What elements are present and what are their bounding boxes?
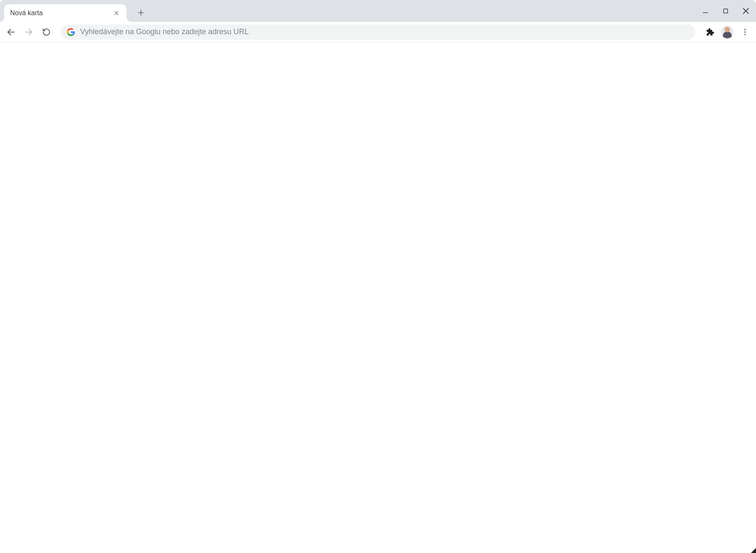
close-icon [113,10,119,16]
forward-button[interactable] [21,24,36,40]
profile-button[interactable] [720,24,735,40]
close-icon [742,7,750,15]
omnibox[interactable] [61,24,695,40]
resize-handle[interactable] [751,548,756,553]
tab-title: Nová karta [10,9,112,17]
arrow-right-icon [24,27,33,37]
tab-strip: Nová karta [0,0,756,22]
arrow-left-icon [6,27,16,37]
svg-point-11 [744,31,745,33]
close-window-button[interactable] [736,0,756,22]
minimize-icon [702,8,709,14]
maximize-icon [723,8,729,14]
reload-icon [42,28,51,36]
close-tab-button[interactable] [112,9,121,17]
reload-button[interactable] [39,24,54,40]
page-content [0,42,756,553]
browser-tab[interactable]: Nová karta [4,4,127,22]
svg-point-12 [744,34,745,35]
toolbar [0,22,756,42]
new-tab-button[interactable] [133,5,148,20]
plus-icon [137,9,145,16]
menu-button[interactable] [737,24,753,40]
google-icon [67,28,75,36]
extensions-button[interactable] [702,24,717,40]
extension-icon [705,27,714,37]
window-controls [695,0,756,22]
avatar-icon [721,26,734,38]
minimize-window-button[interactable] [695,0,716,22]
address-input[interactable] [80,27,689,36]
maximize-window-button[interactable] [716,0,736,22]
svg-point-10 [744,29,745,30]
omnibox-container [57,24,699,40]
more-vertical-icon [741,28,749,36]
back-button[interactable] [3,24,19,40]
svg-rect-5 [724,9,727,13]
